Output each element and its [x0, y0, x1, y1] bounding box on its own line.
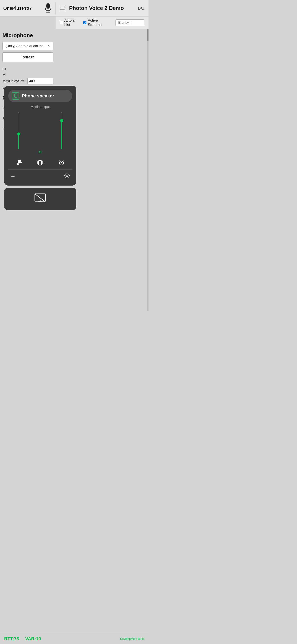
slider1-container [18, 112, 19, 153]
slider2-container [61, 112, 62, 153]
sub-header: Actors List Active Streams [56, 16, 148, 29]
speaker-header: Phone speaker [8, 90, 72, 102]
filter-input[interactable] [115, 20, 144, 26]
icons-row [8, 158, 72, 168]
slider-center-circle [39, 151, 41, 153]
no-signal-icon [34, 193, 46, 205]
max-delay-soft-label: MaxDelaySoft: [2, 79, 25, 83]
svg-point-17 [66, 175, 68, 176]
sliders-row [8, 112, 72, 153]
svg-rect-0 [46, 3, 50, 9]
svg-line-15 [59, 160, 60, 162]
settings-button[interactable] [64, 172, 70, 180]
phone-speaker-card: Phone speaker Media output [4, 86, 76, 186]
svg-line-16 [63, 160, 64, 162]
svg-rect-7 [38, 160, 41, 165]
bg-label: BG [138, 6, 144, 11]
scroll-thumb[interactable] [147, 29, 148, 41]
svg-rect-3 [14, 94, 17, 98]
slider2[interactable] [61, 112, 62, 149]
speaker-icon-box [12, 92, 19, 100]
photon-title: Photon Voice 2 Demo [69, 5, 124, 11]
gl-label: Gl [2, 67, 53, 71]
hamburger-icon[interactable]: ☰ [60, 5, 65, 12]
microphone-section-title: Microphone [2, 32, 53, 38]
refresh-button[interactable]: Refresh [2, 52, 53, 62]
scroll-track [147, 29, 148, 311]
vibrate-button[interactable] [37, 160, 43, 166]
svg-point-5 [17, 163, 19, 165]
phone-speaker-label: Phone speaker [22, 93, 54, 99]
active-streams-checkbox[interactable]: Active Streams [83, 18, 109, 27]
actors-list-checkbox[interactable]: Actors List [60, 18, 79, 27]
back-button[interactable]: ← [10, 173, 16, 180]
max-delay-soft-row: MaxDelaySoft: [2, 78, 53, 84]
mi-label: Mi [2, 73, 53, 77]
app-header: OnePlusPro7 ☰ Photon Voice 2 Demo BG [0, 0, 148, 16]
svg-point-4 [15, 98, 16, 98]
no-signal-card [4, 188, 76, 210]
header-left: OnePlusPro7 [0, 2, 56, 14]
header-right: ☰ Photon Voice 2 Demo BG [56, 5, 148, 12]
app-title: OnePlusPro7 [3, 6, 32, 11]
actors-list-label: Actors List [64, 18, 79, 27]
mic-device-dropdown-row[interactable]: [Unity] Android audio input [2, 42, 53, 50]
nav-row: ← [8, 170, 72, 182]
active-streams-check[interactable] [83, 21, 87, 24]
slider1[interactable] [18, 112, 19, 149]
media-output-label: Media output [8, 105, 72, 109]
popup-overlay: Phone speaker Media output [4, 86, 76, 210]
microphone-icon [44, 2, 52, 14]
music-note-button[interactable] [16, 160, 22, 166]
slider-center-container [39, 112, 41, 153]
mic-device-select[interactable]: [Unity] Android audio input [5, 44, 51, 48]
active-streams-label: Active Streams [88, 18, 109, 27]
svg-point-6 [20, 162, 22, 163]
actors-list-check[interactable] [60, 21, 63, 24]
alarm-button[interactable] [58, 160, 64, 166]
max-delay-soft-input[interactable] [27, 78, 53, 84]
